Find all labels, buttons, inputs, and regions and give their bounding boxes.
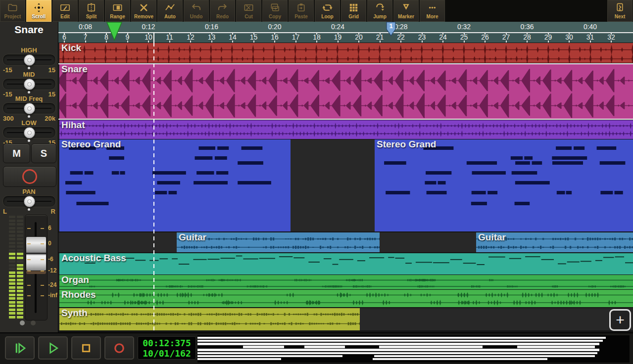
selected-track-title: Snare xyxy=(0,24,58,36)
eq-mid-slider[interactable] xyxy=(2,78,56,90)
playback-start-marker[interactable] xyxy=(106,22,122,42)
audio-clip-hihat[interactable]: Hihat xyxy=(59,120,633,139)
volume-fader[interactable] xyxy=(25,215,48,320)
toolbar-button-more[interactable]: More xyxy=(420,0,445,22)
play-button[interactable] xyxy=(38,336,68,360)
meter-segment xyxy=(9,305,15,307)
meter-segment xyxy=(17,275,23,277)
time-label: 0:16 xyxy=(205,23,218,31)
meter-segment xyxy=(9,297,15,300)
fader-knob[interactable] xyxy=(26,236,47,271)
timeline-ruler[interactable]: 0:080:120:160:200:240:280:320:360:406789… xyxy=(58,22,633,43)
toolbar-button-loop[interactable]: Loop xyxy=(315,0,341,22)
meter-segment xyxy=(17,249,23,252)
toolbar-button-scroll[interactable]: Scroll xyxy=(26,0,52,22)
meter-segment xyxy=(9,230,15,233)
toolbar-button-jump[interactable]: Jump xyxy=(367,0,393,22)
eq-high-slider[interactable] xyxy=(2,54,56,66)
mute-button[interactable]: M xyxy=(3,143,30,163)
audio-clip-snare[interactable]: Snare xyxy=(59,64,633,119)
toolbar-button-marker[interactable]: Marker xyxy=(393,0,419,22)
undo-icon xyxy=(191,2,202,13)
toolbar-button-range[interactable]: Range xyxy=(105,0,131,22)
clip-label: Organ xyxy=(61,275,89,285)
toolbar-button-remove[interactable]: Remove xyxy=(131,0,157,22)
audio-clip-stereo-grand[interactable]: Stereo Grand xyxy=(375,139,633,231)
minimap-track-bar xyxy=(304,346,345,348)
meter-segment xyxy=(9,275,15,277)
add-track-button[interactable]: + xyxy=(609,309,631,331)
eq-mid-freq-slider[interactable] xyxy=(2,102,56,114)
page-dot[interactable] xyxy=(31,320,36,325)
eq-low-slider[interactable] xyxy=(2,127,56,138)
meter-segment xyxy=(9,238,15,240)
grid-icon xyxy=(348,2,359,13)
audio-clip-stereo-grand[interactable]: Stereo Grand xyxy=(59,139,291,231)
pan-slider[interactable] xyxy=(2,195,56,207)
project-overview-minimap[interactable] xyxy=(197,335,630,363)
audio-clip-acoustic-bass[interactable]: Acoustic Bass xyxy=(59,253,633,274)
track-row-guitar: GuitarGuitar xyxy=(58,232,633,252)
toolbar-button-cut[interactable]: Cut xyxy=(236,0,262,22)
audio-clip-guitar[interactable]: Guitar xyxy=(476,232,633,252)
toolbar-button-project[interactable]: Project xyxy=(0,0,26,22)
audio-clip-kick[interactable]: Kick xyxy=(59,43,633,63)
toolbar-button-split[interactable]: Split xyxy=(79,0,104,22)
time-label: 0:36 xyxy=(520,23,534,31)
folder-icon xyxy=(7,2,18,13)
meter-segment xyxy=(17,238,23,240)
audio-clip-rhodes[interactable]: Rhodes xyxy=(59,290,633,307)
skip-to-start-button[interactable] xyxy=(5,336,35,360)
audio-clip-organ[interactable]: Organ xyxy=(59,275,633,289)
meter-segment xyxy=(9,294,15,296)
track-row-snare: Snare xyxy=(58,63,633,120)
page-dot-active[interactable] xyxy=(20,320,25,325)
arm-record-button[interactable] xyxy=(3,166,56,187)
meter-segment xyxy=(17,242,23,244)
timeline-marker-1[interactable]: 1 xyxy=(386,22,396,37)
meter-segment xyxy=(9,316,15,318)
solo-button[interactable]: S xyxy=(31,143,56,163)
slider-knob[interactable] xyxy=(24,103,35,114)
toolbar-button-undo[interactable]: Undo xyxy=(184,0,209,22)
meter-segment xyxy=(17,301,23,304)
slider-knob[interactable] xyxy=(24,196,35,207)
toolbar-button-copy[interactable]: Copy xyxy=(262,0,288,22)
toolbar-button-edit[interactable]: Edit xyxy=(52,0,78,22)
audio-clip-synth[interactable]: Synth xyxy=(59,308,360,330)
time-display: 00:12:375 xyxy=(138,338,195,348)
meter-segment xyxy=(17,279,23,281)
toolbar-button-auto[interactable]: Auto xyxy=(157,0,183,22)
fader-scale-label: 0 xyxy=(48,240,51,247)
meter-segment xyxy=(9,290,15,292)
redo-icon xyxy=(217,2,228,13)
toolbar-label: Auto xyxy=(164,13,176,20)
meter-segment xyxy=(9,260,15,263)
clip-label: Acoustic Bass xyxy=(61,253,126,264)
time-label: 0:32 xyxy=(457,23,471,31)
slider-knob[interactable] xyxy=(24,127,35,138)
audio-clip-guitar[interactable]: Guitar xyxy=(177,232,380,252)
toolbar: ProjectScrollEditSplitRangeRemoveAutoUnd… xyxy=(0,0,633,22)
fader-scale-label: -12 xyxy=(48,267,56,274)
stop-button[interactable] xyxy=(71,336,101,360)
toolbar-button-redo[interactable]: Redo xyxy=(210,0,236,22)
toolbar-label: Remove xyxy=(134,13,153,20)
clip-label: Kick xyxy=(61,43,81,53)
toolbar-button-grid[interactable]: Grid xyxy=(341,0,367,22)
meter-segment xyxy=(17,264,23,267)
minimap-track-bar xyxy=(197,343,599,345)
time-label: 0:12 xyxy=(142,23,155,31)
minimap-track-bar xyxy=(517,346,595,348)
toolbar-label: Range xyxy=(110,13,125,20)
record-button[interactable] xyxy=(104,336,134,360)
fader-scale-label: -24 xyxy=(48,281,56,288)
toolbar-button-paste[interactable]: Paste xyxy=(289,0,314,22)
clip-label: Synth xyxy=(61,308,88,318)
toolbar-button-next[interactable]: Next xyxy=(607,0,633,22)
minimap-track-bar xyxy=(197,340,603,342)
meter-segment xyxy=(9,245,15,248)
slider-knob[interactable] xyxy=(24,79,35,90)
clip-label: Rhodes xyxy=(61,290,96,300)
slider-knob[interactable] xyxy=(24,54,35,66)
